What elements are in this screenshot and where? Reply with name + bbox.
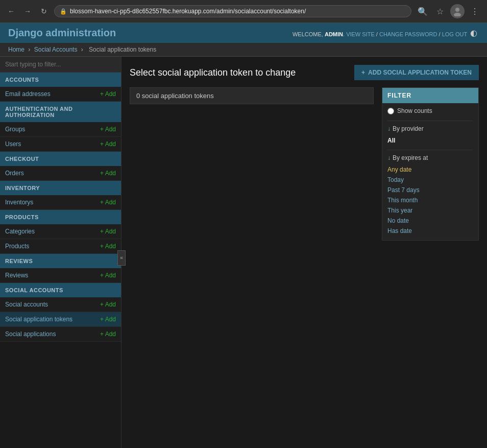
username: ADMIN [325,31,343,37]
social-tokens-link[interactable]: Social application tokens [5,316,72,323]
users-add[interactable]: + Add [100,140,116,148]
categories-add[interactable]: + Add [100,228,116,235]
orders-add[interactable]: + Add [100,170,116,177]
sidebar-filter-input[interactable] [0,57,121,73]
sidebar-item-groups[interactable]: Groups + Add [0,122,121,137]
add-btn-plus: + [361,69,365,76]
expires-past7-link[interactable]: Past 7 days [387,185,473,195]
profile-avatar[interactable] [450,4,465,18]
reviews-link[interactable]: Reviews [5,272,28,279]
filter-body: Show counts ↓ By provider All ↓ By expir… [382,103,478,240]
social-accounts-add[interactable]: + Add [100,301,116,308]
breadcrumb-social-accounts[interactable]: Social Accounts [34,46,78,53]
sidebar-item-categories[interactable]: Categories + Add [0,224,121,239]
sidebar-item-users[interactable]: Users + Add [0,137,121,152]
menu-button[interactable]: ⋮ [468,4,482,18]
filter-panel: FILTER Show counts ↓ By provider All [382,87,479,241]
by-provider-label: By provider [393,125,424,132]
by-expires-title: ↓ By expires at [387,154,473,161]
filter-divider-2 [387,150,473,150]
sidebar-section-reviews: REVIEWS [0,254,121,268]
content-header: Select social application token to chang… [130,65,479,80]
back-button[interactable]: ← [5,5,17,17]
social-applications-add[interactable]: + Add [100,331,116,338]
welcome-text: WELCOME, [293,31,323,37]
sidebar-section-checkout: CHECKOUT [0,152,121,166]
breadcrumb-sep1: › [28,46,32,53]
expires-no-date-link[interactable]: No date [387,216,473,226]
sidebar-collapse-button[interactable]: « [117,250,126,266]
email-addresses-add[interactable]: + Add [100,90,116,98]
browser-chrome: ← → ↻ 🔒 blossom-haven-ci-pp5-d8c652557fb… [0,0,487,23]
email-addresses-link[interactable]: Email addresses [5,90,51,98]
sidebar-section-inventory: INVENTORY [0,181,121,195]
sep2: / [439,31,441,37]
show-counts-radio[interactable] [387,108,394,114]
by-provider-title: ↓ By provider [387,125,473,132]
by-expires-arrow: ↓ [387,154,391,161]
breadcrumb-home[interactable]: Home [8,46,25,53]
filter-header: FILTER [382,88,478,103]
view-site-link[interactable]: VIEW SITE [346,31,375,37]
sidebar-section-products: PRODUCTS [0,210,121,224]
search-browser-button[interactable]: 🔍 [416,4,430,18]
svg-point-1 [454,13,461,16]
breadcrumb-current: Social application tokens [89,46,156,53]
refresh-button[interactable]: ↻ [38,5,50,17]
expires-has-date-link[interactable]: Has date [387,226,473,236]
admin-header: Django administration WELCOME, ADMIN. VI… [0,23,487,43]
sidebar-item-orders[interactable]: Orders + Add [0,166,121,181]
inventorys-add[interactable]: + Add [100,199,116,206]
groups-link[interactable]: Groups [5,126,25,133]
sidebar-section-accounts: ACCOUNTS [0,73,121,87]
groups-add[interactable]: + Add [100,126,116,133]
logout-link[interactable]: LOG OUT [442,31,467,37]
reviews-add[interactable]: + Add [100,272,116,279]
content-area: Select social application token to chang… [121,57,487,448]
admin-title: Django administration [8,27,116,39]
provider-all-link[interactable]: All [387,135,473,146]
expires-today-link[interactable]: Today [387,175,473,185]
social-applications-link[interactable]: Social applications [5,331,56,338]
users-link[interactable]: Users [5,140,21,148]
forward-button[interactable]: → [21,5,34,17]
sidebar-item-social-accounts[interactable]: Social accounts + Add [0,297,121,312]
products-add[interactable]: + Add [100,243,116,250]
expires-this-year-link[interactable]: This year [387,205,473,216]
breadcrumb: Home › Social Accounts › Social applicat… [0,43,487,57]
bookmark-button[interactable]: ☆ [433,4,447,18]
theme-toggle-button[interactable]: ◐ [469,28,479,38]
sidebar-item-inventorys[interactable]: Inventorys + Add [0,195,121,210]
page-title: Select social application token to chang… [130,67,296,78]
sep1: / [376,31,378,37]
products-link[interactable]: Products [5,243,29,250]
sidebar-item-reviews[interactable]: Reviews + Add [0,268,121,283]
orders-link[interactable]: Orders [5,170,24,177]
address-bar[interactable]: 🔒 blossom-haven-ci-pp5-d8c652557fbc.hero… [54,5,411,17]
social-tokens-add[interactable]: + Add [100,316,116,323]
svg-point-0 [455,8,459,12]
show-counts-label[interactable]: Show counts [397,107,432,114]
categories-link[interactable]: Categories [5,228,35,235]
by-provider-arrow: ↓ [387,125,391,132]
change-password-link[interactable]: CHANGE PASSWORD [379,31,437,37]
sidebar: ACCOUNTS Email addresses + Add AUTHENTIC… [0,57,121,448]
social-accounts-link[interactable]: Social accounts [5,301,48,308]
browser-actions: 🔍 ☆ ⋮ [416,4,482,18]
sidebar-item-products[interactable]: Products + Add [0,239,121,254]
sidebar-section-auth: AUTHENTICATION ANDAUTHORIZATION [0,102,121,122]
lock-icon: 🔒 [60,8,67,15]
add-social-token-button[interactable]: + ADD SOCIAL APPLICATION TOKEN [354,65,479,80]
sidebar-item-social-tokens[interactable]: Social application tokens + Add [0,312,121,327]
sidebar-item-social-applications[interactable]: Social applications + Add [0,327,121,342]
expires-any-date-link[interactable]: Any date [387,164,473,175]
sidebar-item-email-addresses[interactable]: Email addresses + Add [0,87,121,102]
add-btn-label: ADD SOCIAL APPLICATION TOKEN [368,69,472,76]
sidebar-section-social-accounts: SOCIAL ACCOUNTS [0,283,121,297]
main-content-row: 0 social application tokens FILTER Show … [130,87,479,241]
expires-this-month-link[interactable]: This month [387,195,473,205]
main-layout: ACCOUNTS Email addresses + Add AUTHENTIC… [0,57,487,448]
by-expires-label: By expires at [393,154,428,161]
inventorys-link[interactable]: Inventorys [5,199,33,206]
filter-divider-1 [387,121,473,121]
